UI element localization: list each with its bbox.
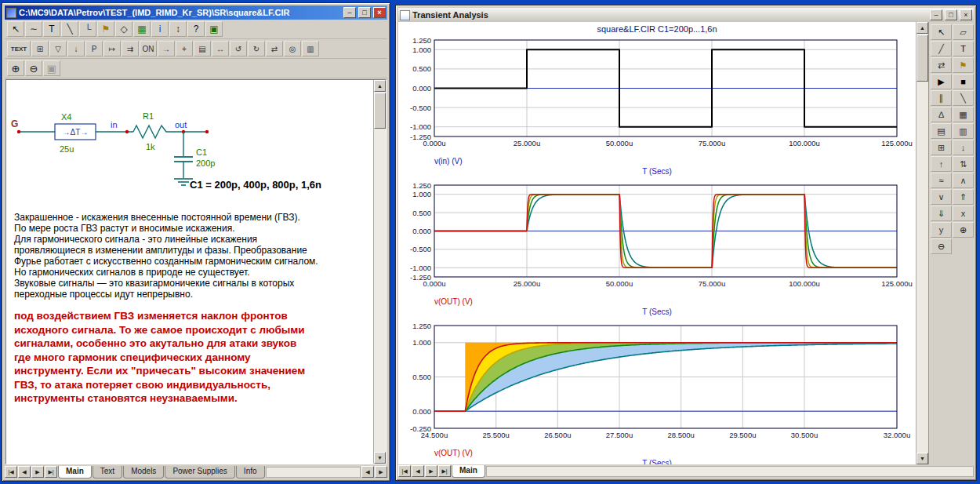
horizontal-scrollbar[interactable] xyxy=(486,466,974,477)
scroll-up-button[interactable]: ▲ xyxy=(916,22,928,34)
vertical-scrollbar[interactable]: ▲ ▼ xyxy=(373,80,386,464)
node-voltages-icon[interactable]: ▽ xyxy=(49,41,67,56)
browse-icon[interactable]: ▥ xyxy=(302,41,319,56)
waveform-buffer-icon[interactable]: ≈ xyxy=(931,173,952,188)
orthogonal-wire-icon[interactable]: └ xyxy=(79,21,96,37)
pause-icon[interactable]: ∥ xyxy=(931,90,952,106)
data-points-icon[interactable]: ▤ xyxy=(931,123,952,139)
description-text-black[interactable]: Закрашенное - искажения внесенные постоя… xyxy=(14,212,318,300)
zoom-out-icon[interactable]: ⊖ xyxy=(931,238,952,254)
scroll-left-button[interactable]: ◀ xyxy=(361,466,374,478)
minimize-button[interactable]: – xyxy=(930,9,942,20)
select-icon[interactable]: ↖ xyxy=(931,24,952,40)
first-page-button[interactable]: |◀ xyxy=(398,465,411,477)
node-numbers-icon[interactable]: ⊞ xyxy=(31,41,49,56)
next-branch-icon[interactable]: ↓ xyxy=(953,140,974,155)
prev-page-button[interactable]: ◀ xyxy=(18,466,31,478)
restore-button[interactable]: □ xyxy=(358,7,371,18)
tab-models[interactable]: Models xyxy=(123,466,164,479)
crosshair-icon[interactable]: + xyxy=(176,41,193,56)
zoom-in-icon[interactable]: ⊕ xyxy=(7,60,24,76)
pin-names-icon[interactable]: ↦ xyxy=(103,41,121,56)
plot-canvas-vin[interactable]: 1.2501.0000.5000.000-0.500-1.000-1.2500.… xyxy=(398,36,916,157)
run-icon[interactable]: ▶ xyxy=(931,74,952,89)
tab-main[interactable]: Main xyxy=(58,466,92,479)
slope-tool-icon[interactable]: ╲ xyxy=(953,90,974,106)
find-icon[interactable]: ◎ xyxy=(284,41,301,56)
rotate-cw-icon[interactable]: ↻ xyxy=(248,41,265,56)
horizontal-scrollbar[interactable] xyxy=(266,467,361,478)
text-tool-icon[interactable]: T xyxy=(43,21,60,37)
analysis-titlebar[interactable]: Transient Analysis – □ × xyxy=(398,8,974,22)
prev-branch-icon[interactable]: ↑ xyxy=(931,156,952,172)
shape-tool-icon[interactable]: ▱ xyxy=(953,24,974,40)
first-page-button[interactable]: |◀ xyxy=(5,466,17,478)
picture-tool-icon[interactable]: ▦ xyxy=(133,21,151,37)
go-to-x-icon[interactable]: x xyxy=(953,206,974,221)
stretch-icon[interactable]: ↔ xyxy=(212,41,229,56)
power-display-icon[interactable]: P xyxy=(85,41,103,56)
scroll-up-button[interactable]: ▲ xyxy=(374,80,386,92)
restore-button[interactable]: □ xyxy=(945,9,957,20)
delta-cursor-icon[interactable]: ∆ xyxy=(931,107,952,122)
select-tool-icon[interactable]: ↖ xyxy=(7,21,24,37)
capacitor-symbol[interactable] xyxy=(174,132,193,178)
properties-icon[interactable]: ▤ xyxy=(194,41,211,56)
schematic-canvas[interactable]: G →ΔT→ X4 25u in R1 1k out xyxy=(5,79,387,464)
text-annotation-icon[interactable]: T xyxy=(953,41,974,56)
align-cursors-icon[interactable]: ⇅ xyxy=(953,156,974,172)
schematic-titlebar[interactable]: C:\MC9\DATA\Petrov\TEST_(IMD_RIMD_Kr_SR)… xyxy=(5,5,387,20)
minimize-button[interactable]: – xyxy=(343,7,356,18)
scroll-down-button[interactable]: ▼ xyxy=(374,452,386,464)
component-browser-icon[interactable]: ▣ xyxy=(205,21,223,37)
grid-toggle-icon[interactable]: ▦ xyxy=(953,107,974,122)
copy-view-icon[interactable]: ▣ xyxy=(43,60,60,76)
circuit-schematic[interactable]: G →ΔT→ X4 25u in R1 1k out xyxy=(9,91,378,209)
last-page-button[interactable]: ▶| xyxy=(45,466,57,478)
go-to-y-icon[interactable]: y xyxy=(931,222,952,238)
text-mode-button[interactable]: TEXT xyxy=(7,41,31,56)
last-page-button[interactable]: ▶| xyxy=(438,465,451,477)
current-probe-icon[interactable]: ↓ xyxy=(67,41,85,56)
polygon-tool-icon[interactable]: ◇ xyxy=(115,21,132,37)
info-tool-icon[interactable]: i xyxy=(151,21,169,37)
close-button[interactable]: × xyxy=(373,7,386,18)
c1-step-note[interactable]: C1 = 200p, 400p, 800p, 1,6n xyxy=(190,179,321,191)
tab-power-supplies[interactable]: Power Supplies xyxy=(165,466,234,479)
swap-axes-icon[interactable]: ⇄ xyxy=(931,57,952,73)
next-page-button[interactable]: ▶ xyxy=(425,465,437,477)
zoom-in-icon[interactable]: ⊕ xyxy=(953,222,974,238)
mirror-icon[interactable]: ⇄ xyxy=(266,41,283,56)
tab-info[interactable]: Info xyxy=(236,466,265,479)
analysis-vertical-scrollbar[interactable]: ▲ ▼ xyxy=(916,22,928,464)
tab-text[interactable]: Text xyxy=(93,466,122,479)
description-text-red[interactable]: под воздействием ГВЗ изменяется наклон ф… xyxy=(14,309,305,406)
scrollbar-thumb[interactable] xyxy=(916,35,928,82)
resistor-symbol[interactable] xyxy=(133,126,169,138)
high-icon[interactable]: ⇑ xyxy=(953,189,974,205)
diagonal-wire-icon[interactable]: ╲ xyxy=(61,21,78,37)
peak-icon[interactable]: ∧ xyxy=(953,173,974,188)
tag-icon[interactable]: ⚑ xyxy=(953,57,974,73)
plot-canvas-vout[interactable]: 1.2501.0000.5000.000-0.500-1.000-1.2500.… xyxy=(398,181,916,297)
line-annotation-icon[interactable]: ╱ xyxy=(931,41,952,56)
stop-icon[interactable]: ■ xyxy=(953,74,974,89)
tokens-icon[interactable]: ▥ xyxy=(953,123,974,139)
valley-icon[interactable]: ∨ xyxy=(931,189,952,205)
on-off-icon[interactable]: ON xyxy=(140,41,157,56)
next-page-button[interactable]: ▶ xyxy=(31,466,44,478)
scribble-tool-icon[interactable]: ∼ xyxy=(25,21,42,37)
tab-main[interactable]: Main xyxy=(452,465,485,478)
point-to-point-icon[interactable]: ↕ xyxy=(169,21,187,37)
scroll-right-button[interactable]: ▶ xyxy=(375,466,387,478)
prev-page-button[interactable]: ◀ xyxy=(412,465,424,477)
step-icon[interactable]: ⇉ xyxy=(122,41,139,56)
zoom-out-icon[interactable]: ⊖ xyxy=(25,60,42,76)
low-icon[interactable]: ⇓ xyxy=(931,206,952,221)
rotate-ccw-icon[interactable]: ↺ xyxy=(230,41,247,56)
close-button[interactable]: × xyxy=(960,9,972,20)
scroll-down-button[interactable]: ▼ xyxy=(916,453,928,464)
flag-tool-icon[interactable]: ⚑ xyxy=(97,21,114,37)
arrow-mode-icon[interactable]: → xyxy=(158,41,175,56)
scrollbar-thumb[interactable] xyxy=(374,93,386,129)
